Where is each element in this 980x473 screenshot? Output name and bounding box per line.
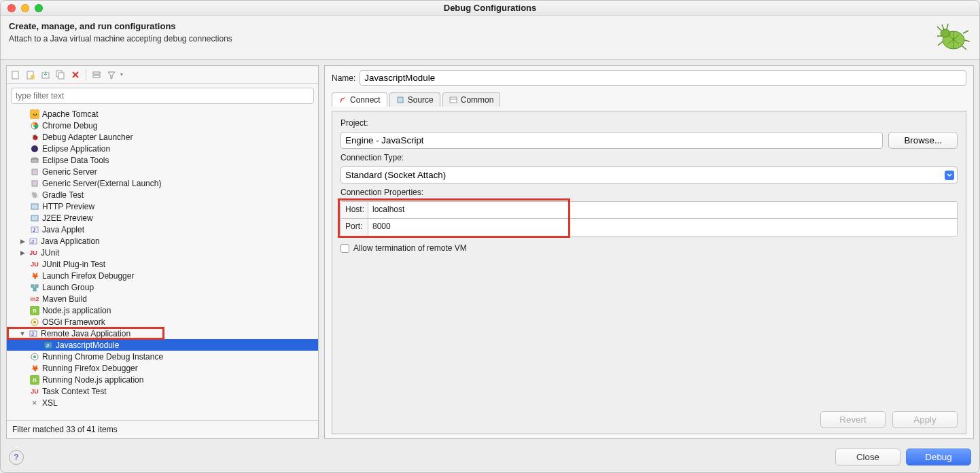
tree-item-j2ee-preview[interactable]: J2EE Preview [7,212,318,224]
svg-rect-23 [31,285,34,287]
svg-rect-34 [398,97,403,103]
name-label: Name: [332,73,355,83]
tree-item-apache-tomcat[interactable]: 🐱Apache Tomcat [7,108,318,120]
filter-button[interactable] [105,69,118,81]
tree-item-launch-group[interactable]: Launch Group [7,281,318,293]
svg-text:J: J [31,332,34,336]
project-label: Project: [340,118,958,128]
config-details-panel: Name: Connect Source Common [324,65,974,439]
svg-point-33 [33,355,36,358]
tree-item-node-app[interactable]: nNode.js application [7,304,318,316]
conn-props-label: Connection Properties: [340,188,958,197]
close-button[interactable]: Close [835,449,900,466]
svg-rect-17 [31,204,38,209]
tree-item-junit-plugin[interactable]: JUJUnit Plug-in Test [7,258,318,270]
revert-button[interactable]: Revert [820,411,886,428]
svg-text:J: J [33,228,35,232]
delete-button[interactable] [69,69,82,81]
dropdown-arrow-icon[interactable] [945,171,954,180]
connect-icon [338,96,347,104]
host-value[interactable]: localhost [368,202,957,218]
port-value[interactable]: 8000 [368,219,957,236]
tree-item-chrome-debug[interactable]: Chrome Debug [7,120,318,131]
svg-point-12 [31,145,38,152]
svg-point-27 [33,321,36,323]
tree-item-running-firefox[interactable]: 🦊Running Firefox Debugger [7,362,318,374]
expand-arrow-icon[interactable]: ▶ [19,249,26,256]
tree-item-osgi[interactable]: OSGi Framework [7,316,318,328]
tree-item-java-application[interactable]: ▶JJava Application [7,235,318,247]
collapse-arrow-icon[interactable]: ▼ [19,330,26,337]
debug-bug-icon [933,21,971,52]
svg-text:J: J [31,239,34,244]
tree-item-javascript-module[interactable]: JJavascriptModule [7,339,318,351]
titlebar: Debug Configurations [1,1,979,16]
tree-item-http-preview[interactable]: HTTP Preview [7,200,318,212]
name-input[interactable] [360,70,966,86]
svg-rect-7 [58,73,64,79]
dialog-body: ▾ 🐱Apache Tomcat Chrome Debug 🐞Debug Ada… [1,60,979,444]
new-prototype-button[interactable] [24,69,37,81]
debug-button[interactable]: Debug [906,449,971,466]
minimize-window-button[interactable] [21,4,29,12]
svg-point-4 [31,75,35,79]
svg-rect-9 [93,75,100,77]
tree-item-eclipse-app[interactable]: Eclipse Application [7,143,318,154]
tree-item-gradle-test[interactable]: 🐘Gradle Test [7,189,318,200]
new-config-button[interactable] [10,69,22,81]
common-icon [449,96,457,104]
tab-connect[interactable]: Connect [332,92,387,107]
tab-common[interactable]: Common [442,92,501,107]
configurations-panel: ▾ 🐱Apache Tomcat Chrome Debug 🐞Debug Ada… [6,65,319,439]
host-label: Host: [341,202,368,218]
tree-item-remote-java[interactable]: ▼JRemote Java Application [7,328,318,339]
config-toolbar: ▾ [7,66,318,84]
tree-item-running-chrome[interactable]: Running Chrome Debug Instance [7,351,318,362]
tree-item-task-context[interactable]: JUTask Context Test [7,385,318,397]
config-tree[interactable]: 🐱Apache Tomcat Chrome Debug 🐞Debug Adapt… [7,108,318,420]
svg-rect-8 [93,72,100,74]
port-label: Port: [341,219,368,236]
tree-item-generic-server[interactable]: Generic Server [7,166,318,177]
tree-item-java-applet[interactable]: JJava Applet [7,224,318,235]
svg-rect-14 [31,159,38,162]
allow-termination-label: Allow termination of remote VM [353,243,467,253]
tree-item-maven-build[interactable]: m2Maven Build [7,293,318,304]
project-input[interactable] [340,132,883,149]
svg-text:J: J [46,343,49,348]
header-subtitle: Attach to a Java virtual machine accepti… [9,34,232,43]
tree-item-debug-adapter[interactable]: 🐞Debug Adapter Launcher [7,131,318,143]
filter-status: Filter matched 33 of 41 items [7,420,318,438]
conn-type-select[interactable] [340,167,958,183]
browse-button[interactable]: Browse... [888,132,958,149]
tree-item-running-node[interactable]: nRunning Node.js application [7,374,318,385]
expand-arrow-icon[interactable]: ▶ [19,238,26,245]
zoom-window-button[interactable] [35,4,43,12]
config-tabs: Connect Source Common [332,92,966,107]
tree-item-xsl[interactable]: ✕XSL [7,397,318,408]
help-button[interactable]: ? [9,450,24,465]
collapse-all-button[interactable] [90,69,103,81]
export-button[interactable] [39,69,52,81]
conn-type-label: Connection Type: [340,153,958,162]
apply-button[interactable]: Apply [892,411,958,428]
svg-rect-16 [32,181,37,186]
tree-item-junit[interactable]: ▶JUJUnit [7,247,318,258]
source-icon [396,96,404,104]
tree-item-generic-server-ext[interactable]: Generic Server(External Launch) [7,177,318,189]
tree-item-firefox-debug[interactable]: 🦊Launch Firefox Debugger [7,270,318,281]
tab-source[interactable]: Source [389,92,440,107]
close-window-button[interactable] [7,4,16,12]
svg-rect-24 [35,285,38,287]
svg-rect-2 [12,71,18,79]
window-title: Debug Configurations [444,3,537,13]
duplicate-button[interactable] [54,69,67,81]
allow-termination-checkbox[interactable] [340,244,349,253]
connect-tab-body: Project: Browse... Connection Type: Conn… [332,111,966,434]
tree-item-eclipse-data[interactable]: Eclipse Data Tools [7,154,318,166]
filter-input[interactable] [11,88,314,104]
svg-rect-35 [450,97,457,103]
dialog-bottom-bar: ? Close Debug [1,444,979,472]
traffic-lights [7,4,43,12]
header-title: Create, manage, and run configurations [9,21,232,31]
